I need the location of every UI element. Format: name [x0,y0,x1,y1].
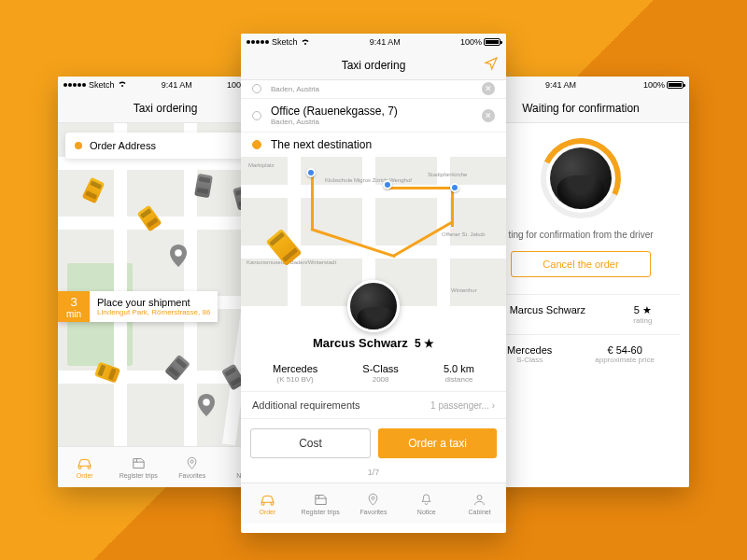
map-pin [170,245,187,267]
tab-favorites[interactable]: Favorites [347,483,401,524]
address-row-dropoff[interactable]: Office (Rauenekgasse, 7) Baden, Austria … [241,99,506,133]
clear-icon[interactable]: ✕ [482,109,495,122]
driver-avatar [347,280,400,332]
phone-center: Sketch 9:41 AM 100% Taxi ordering Baden,… [241,34,506,533]
svg-point-1 [203,399,210,406]
confirm-message: ting for confirmation from the driver [508,230,653,240]
page-title: Taxi ordering [342,59,406,72]
summary-car: Mercedes [507,344,552,356]
route-pin [383,180,392,189]
send-icon[interactable] [484,56,499,74]
progress-spinner [541,138,621,218]
shipment-address: Lindengut Park, Römerstrasse, 86 [97,308,210,316]
order-address-card[interactable]: Order Address [65,133,265,159]
cancel-order-button[interactable]: Cancel the order [511,251,651,277]
order-address-label: Order Address [90,140,156,151]
next-destination-row[interactable]: The next destination [241,133,506,157]
wifi-icon [301,38,310,46]
requirements-row[interactable]: Additional requirements 1 passenger... › [241,391,506,419]
svg-point-2 [190,460,193,463]
shipment-card[interactable]: 3min Place your shipment Lindengut Park,… [58,291,218,322]
wifi-icon [118,80,127,90]
tab-notice[interactable]: Notice [400,483,453,524]
tab-trips[interactable]: Register trips [112,447,166,487]
driver-name: Marcus Schwarz 5 ★ [241,330,506,356]
status-bar: Sketch 9:41 AM 100% [241,34,506,50]
svg-point-4 [477,495,482,499]
eta-badge: 3min [58,291,90,322]
shipment-title: Place your shipment [97,297,210,308]
svg-point-0 [175,249,182,257]
clear-icon[interactable]: ✕ [482,82,495,95]
driver-avatar [550,147,612,209]
battery-icon [484,38,500,46]
nav-bar: Taxi ordering [241,50,506,80]
pager-label: 1/7 [241,468,506,483]
address-row-pickup[interactable]: Baden, Austria ✕ [241,80,506,99]
route-pin [306,168,316,177]
order-taxi-button[interactable]: Order a taxi [378,428,497,458]
tab-order[interactable]: Order [58,447,112,487]
address-list: Baden, Austria ✕ Office (Rauenekgasse, 7… [241,80,506,157]
driver-card: Marcus Schwarz 5 ★ Mercedes(K 510 BV) S-… [241,306,506,483]
summary-driver: Marcus Schwarz [510,304,585,315]
summary-rating: 5 ★ [633,304,652,316]
carrier-label: Sketch [89,80,115,90]
chevron-right-icon: › [492,400,495,411]
stop-circle-icon [252,84,261,93]
tab-order[interactable]: Order [241,483,294,524]
map-pin [198,394,215,416]
stop-circle-icon [252,111,261,120]
page-title: Waiting for confirmation [522,102,640,115]
battery-icon [667,81,684,89]
tab-bar: Order Register trips Favorites Notice Ca… [241,483,506,524]
summary-price: € 54-60 [595,344,655,356]
cost-button[interactable]: Cost [250,428,371,458]
bullet-icon [75,142,82,149]
svg-point-3 [372,497,374,499]
time-label: 9:41 AM [162,80,192,90]
tab-trips[interactable]: Register trips [294,483,347,524]
tab-cabinet[interactable]: Cabinet [453,483,506,524]
tab-favorites[interactable]: Favorites [165,447,219,487]
page-title: Taxi ordering [134,102,198,115]
route-pin [450,183,459,192]
stop-circle-icon [252,140,261,149]
